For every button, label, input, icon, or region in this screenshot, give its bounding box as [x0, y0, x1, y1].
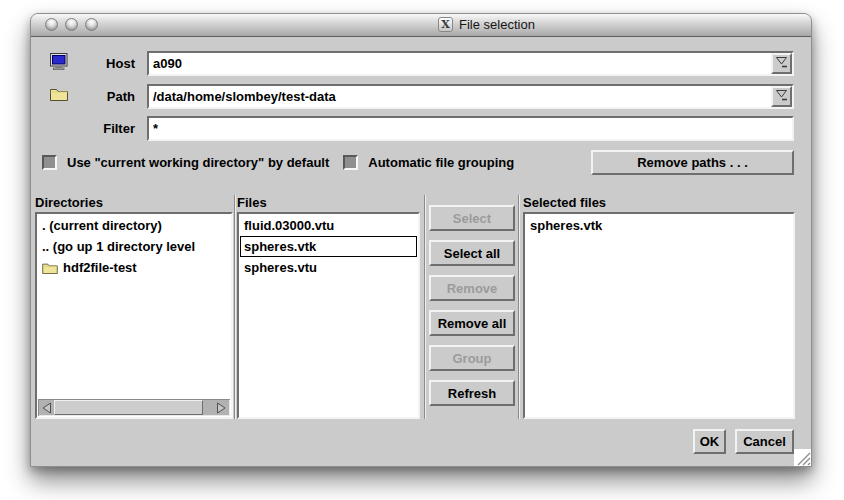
chevron-down-icon [775, 87, 788, 105]
splitter-handle[interactable] [515, 195, 523, 419]
host-row: Host [50, 50, 794, 76]
path-label: Path [107, 89, 136, 104]
scroll-right-button[interactable] [214, 400, 229, 415]
horizontal-scrollbar[interactable] [38, 399, 230, 416]
checkbox-indicator [343, 155, 358, 170]
triangle-left-icon [41, 402, 52, 414]
checkbox-indicator [42, 155, 57, 170]
path-row: Path [50, 83, 794, 109]
window-title: File selection [459, 17, 535, 32]
filter-row: Filter [50, 115, 794, 141]
files-panel: Files fluid.03000.vtu spheres.vtk sphere… [237, 195, 420, 419]
selected-files-listbox[interactable]: spheres.vtk [523, 212, 795, 419]
use-cwd-checkbox[interactable]: Use "current working directory" by defau… [42, 155, 329, 170]
directory-name: hdf2file-test [63, 260, 137, 275]
group-button[interactable]: Group [429, 345, 515, 371]
auto-grouping-checkbox[interactable]: Automatic file grouping [343, 155, 514, 170]
panels-area: Directories . (current directory) .. (go… [35, 195, 795, 419]
computer-icon [50, 53, 70, 74]
path-input[interactable] [149, 86, 771, 107]
selected-files-label: Selected files [523, 195, 795, 212]
file-selection-dialog: X File selection Host [30, 13, 812, 467]
select-button[interactable]: Select [429, 205, 515, 231]
use-cwd-label: Use "current working directory" by defau… [67, 155, 329, 170]
file-name: fluid.03000.vtu [244, 218, 334, 233]
chevron-down-icon [775, 54, 788, 72]
list-item[interactable]: . (current directory) [38, 215, 230, 236]
list-item[interactable]: .. (go up 1 directory level [38, 236, 230, 257]
directories-listbox[interactable]: . (current directory) .. (go up 1 direct… [35, 212, 233, 419]
file-name: spheres.vtu [244, 260, 317, 275]
minimize-button[interactable] [65, 18, 78, 31]
host-input[interactable] [149, 53, 771, 74]
filter-label: Filter [103, 121, 136, 136]
ok-button[interactable]: OK [693, 429, 726, 454]
directory-name: .. (go up 1 directory level [42, 239, 195, 254]
filter-input[interactable] [149, 118, 792, 139]
titlebar[interactable]: X File selection [31, 14, 811, 37]
splitter-handle[interactable] [420, 195, 429, 419]
host-dropdown-button[interactable] [771, 53, 792, 74]
remove-all-button[interactable]: Remove all [429, 310, 515, 336]
window-title-group: X File selection [438, 17, 535, 32]
auto-grouping-label: Automatic file grouping [368, 155, 514, 170]
directory-name: . (current directory) [42, 218, 162, 233]
filter-field [147, 116, 794, 141]
resize-grip-icon[interactable] [794, 449, 811, 466]
file-name: spheres.vtk [244, 239, 316, 254]
triangle-right-icon [216, 402, 227, 414]
list-item-focused[interactable]: spheres.vtk [240, 236, 417, 257]
remove-button[interactable]: Remove [429, 275, 515, 301]
options-row: Use "current working directory" by defau… [42, 150, 794, 175]
list-item[interactable]: spheres.vtu [240, 257, 417, 278]
list-item[interactable]: fluid.03000.vtu [240, 215, 417, 236]
file-name: spheres.vtk [530, 218, 602, 233]
x11-app-icon: X [438, 17, 453, 32]
host-label: Host [106, 56, 136, 71]
folder-icon [50, 87, 68, 105]
selected-files-panel: Selected files spheres.vtk [523, 195, 795, 419]
refresh-button[interactable]: Refresh [429, 380, 515, 406]
directories-panel: Directories . (current directory) .. (go… [35, 195, 233, 419]
list-item[interactable]: hdf2file-test [38, 257, 230, 278]
folder-icon [42, 262, 58, 274]
cancel-button[interactable]: Cancel [735, 429, 794, 454]
directories-label: Directories [35, 195, 233, 212]
path-dropdown-button[interactable] [771, 86, 792, 107]
select-all-button[interactable]: Select all [429, 240, 515, 266]
close-button[interactable] [45, 18, 58, 31]
footer: OK Cancel [693, 429, 794, 454]
dialog-content: Host [31, 37, 811, 466]
scrollbar-thumb[interactable] [54, 400, 203, 415]
files-listbox[interactable]: fluid.03000.vtu spheres.vtk spheres.vtu [237, 212, 420, 419]
path-combobox [147, 84, 794, 109]
remove-paths-button[interactable]: Remove paths . . . [591, 150, 794, 175]
actions-column: Select Select all Remove Remove all Grou… [429, 195, 515, 419]
scroll-left-button[interactable] [39, 400, 54, 415]
list-item[interactable]: spheres.vtk [526, 215, 792, 236]
host-combobox [147, 51, 794, 76]
zoom-button[interactable] [85, 18, 98, 31]
files-label: Files [237, 195, 420, 212]
